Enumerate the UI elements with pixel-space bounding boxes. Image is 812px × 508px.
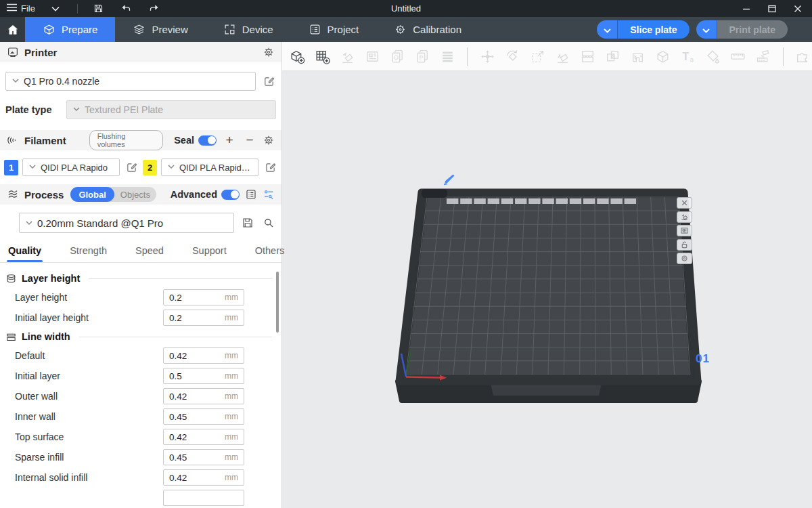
setting-unit: mm (225, 473, 238, 482)
search-preset-icon[interactable] (261, 215, 276, 230)
settings-section-header: Line width (0, 328, 281, 345)
sidebar: Printer Q1 Pro 0.4 nozzle Plate type (0, 42, 282, 508)
parameter-list-icon[interactable] (245, 188, 257, 200)
section-divider (89, 278, 272, 279)
mesh-boolean-icon (604, 47, 622, 66)
setting-value: 0.45 (169, 412, 187, 422)
auto-orient-plate-icon[interactable] (677, 211, 692, 223)
file-menu-label: File (21, 3, 35, 14)
printer-settings-gear-icon[interactable] (263, 46, 275, 58)
setting-input[interactable]: 0.5 mm (163, 368, 244, 384)
seal-label: Seal (174, 135, 194, 146)
chevron-down-icon (604, 24, 611, 36)
search-settings-icon[interactable] (263, 188, 275, 200)
build-plate[interactable] (282, 71, 812, 508)
setting-input[interactable]: 0.42 mm (163, 469, 244, 486)
process-tab-speed[interactable]: Speed (135, 241, 164, 262)
add-object-icon[interactable] (288, 47, 306, 66)
maximize-button[interactable] (767, 4, 777, 14)
printer-select-value: Q1 Pro 0.4 nozzle (24, 76, 99, 87)
tab-prepare[interactable]: Prepare (25, 17, 115, 42)
settings-scrollbar[interactable] (276, 272, 279, 333)
setting-unit: mm (225, 313, 238, 322)
setting-value: 0.5 (169, 371, 182, 381)
seam-painting-icon (629, 47, 647, 66)
filament-2-select[interactable]: QIDI PLA Rapido M... (161, 158, 258, 176)
file-menu[interactable]: File (7, 3, 35, 14)
process-preset-value: 0.20mm Standard @Q1 Pro (37, 217, 163, 229)
scope-objects[interactable]: Objects (114, 187, 156, 202)
arrange-plate-icon[interactable] (677, 225, 692, 236)
support-painting-icon (754, 47, 772, 66)
add-filament-button[interactable]: + (222, 133, 237, 147)
tab-calibration[interactable]: Calibration (376, 17, 479, 42)
setting-value: 0.2 (169, 293, 182, 303)
process-tab-support[interactable]: Support (192, 241, 227, 262)
save-icon[interactable] (93, 3, 104, 14)
auto-orient-icon (338, 47, 356, 66)
preview-icon (133, 23, 145, 36)
print-plate-dropdown[interactable] (696, 20, 717, 39)
undo-icon[interactable] (120, 3, 132, 14)
setting-value: 0.42 (169, 432, 187, 442)
plate-type-select[interactable]: Textured PEI Plate (66, 100, 276, 119)
home-button[interactable] (0, 17, 25, 42)
flushing-volumes-button[interactable]: Flushing volumes (89, 130, 164, 150)
lock-plate-icon[interactable] (677, 239, 692, 251)
seal-toggle[interactable] (198, 135, 217, 146)
edit-filament-2-icon[interactable] (263, 160, 277, 175)
setting-unit: mm (225, 432, 238, 442)
setting-input[interactable]: 0.45 mm (163, 408, 244, 425)
edit-printer-icon[interactable] (261, 74, 276, 89)
add-plate-icon[interactable] (313, 47, 331, 66)
plate-settings-icon[interactable] (677, 253, 692, 264)
process-preset-select[interactable]: 0.20mm Standard @Q1 Pro (19, 213, 234, 233)
titlebar-divider (77, 4, 78, 14)
close-button[interactable] (793, 4, 803, 14)
scene[interactable]: 01 (282, 71, 812, 508)
filament-2-badge[interactable]: 2 (143, 160, 157, 175)
setting-input[interactable]: 0.45 mm (163, 449, 244, 465)
plate-button-strip (677, 197, 692, 264)
minimize-button[interactable] (742, 4, 751, 14)
scope-global[interactable]: Global (70, 187, 114, 202)
remove-filament-button[interactable]: − (242, 133, 257, 147)
plate-name-edit-icon[interactable] (442, 173, 455, 186)
move-icon (478, 47, 496, 66)
filament-1-select[interactable]: QIDI PLA Rapido (22, 158, 120, 176)
tab-preview[interactable]: Preview (115, 17, 205, 42)
setting-input[interactable]: 0.42 mm (163, 347, 244, 364)
setting-input[interactable]: 0.42 mm (163, 429, 244, 445)
slice-plate-dropdown[interactable] (597, 20, 618, 39)
svg-text:a: a (690, 55, 694, 62)
file-menu-chevron-icon[interactable] (51, 6, 60, 12)
setting-row: Initial layer height 0.2 mm (0, 308, 281, 328)
settings-panel: Layer height Layer height 0.2 mm Initial… (0, 263, 281, 508)
process-tab-strength[interactable]: Strength (70, 241, 107, 262)
setting-value: 0.2 (169, 313, 182, 323)
layer-height-icon (5, 273, 17, 284)
filament-settings-gear-icon[interactable] (263, 134, 275, 146)
setting-label: Outer wall (15, 391, 163, 402)
slice-plate-button[interactable]: Slice plate (618, 20, 689, 39)
rotate-icon (503, 47, 521, 66)
filament-1-badge[interactable]: 1 (4, 160, 18, 175)
printer-select[interactable]: Q1 Pro 0.4 nozzle (5, 72, 256, 91)
edit-filament-1-icon[interactable] (124, 160, 139, 175)
advanced-toggle[interactable] (221, 190, 240, 200)
setting-input[interactable]: 0.2 mm (163, 310, 244, 326)
setting-input[interactable]: 0.2 mm (163, 289, 244, 305)
process-section-title: Process (24, 189, 64, 200)
tab-device[interactable]: Device (206, 17, 291, 42)
process-tab-others[interactable]: Others (255, 241, 285, 262)
toolbar-divider (467, 47, 468, 66)
save-preset-icon[interactable] (240, 215, 255, 230)
tab-project[interactable]: Project (291, 17, 377, 42)
process-tab-quality[interactable]: Quality (8, 241, 41, 262)
printer-icon (7, 46, 19, 58)
setting-value: 0.42 (169, 473, 187, 483)
redo-icon[interactable] (148, 3, 160, 14)
delete-plate-icon[interactable] (677, 197, 692, 209)
setting-row: Default 0.42 mm (0, 345, 281, 366)
setting-input[interactable]: 0.42 mm (163, 388, 244, 404)
